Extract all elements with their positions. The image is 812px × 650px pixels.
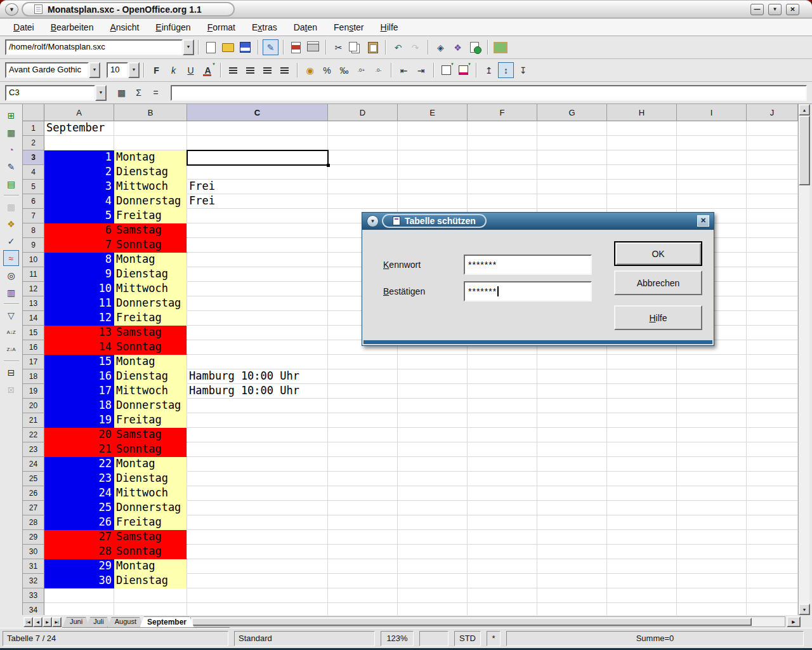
font-color-dropdown-icon[interactable]: ▼ bbox=[212, 62, 216, 66]
cell-G31[interactable] bbox=[537, 559, 607, 574]
row-header-33[interactable]: 33 bbox=[23, 588, 44, 603]
cell-C12[interactable] bbox=[187, 282, 328, 296]
row-header-7[interactable]: 7 bbox=[23, 209, 44, 223]
data-sources-icon[interactable]: ▥ bbox=[3, 284, 19, 300]
row-header-24[interactable]: 24 bbox=[23, 457, 44, 472]
row-header-30[interactable]: 30 bbox=[23, 545, 44, 559]
cell-A3[interactable]: 1 bbox=[44, 150, 114, 165]
cell-G25[interactable] bbox=[537, 472, 607, 486]
cell-C8[interactable] bbox=[187, 223, 328, 238]
cell-B31[interactable]: Montag bbox=[114, 559, 187, 574]
cell-C32[interactable] bbox=[187, 574, 328, 588]
cell-G27[interactable] bbox=[537, 501, 607, 515]
cell-H25[interactable] bbox=[607, 472, 677, 486]
cell-J8[interactable] bbox=[747, 223, 798, 238]
name-box[interactable]: C3 ▼ bbox=[5, 85, 107, 101]
row-header-29[interactable]: 29 bbox=[23, 530, 44, 545]
menu-hilfe[interactable]: Hilfe bbox=[372, 20, 407, 35]
cell-E32[interactable] bbox=[398, 574, 468, 588]
cell-E25[interactable] bbox=[398, 472, 468, 486]
cell-A12[interactable]: 10 bbox=[44, 282, 114, 296]
cell-A28[interactable]: 26 bbox=[44, 515, 114, 530]
cell-E33[interactable] bbox=[398, 588, 468, 603]
row-header-28[interactable]: 28 bbox=[23, 515, 44, 530]
cell-G2[interactable] bbox=[537, 136, 607, 150]
cell-G33[interactable] bbox=[537, 588, 607, 603]
cell-H18[interactable] bbox=[607, 369, 677, 384]
scroll-right-icon[interactable]: ▶ bbox=[787, 616, 801, 627]
horizontal-scroll-thumb[interactable] bbox=[192, 618, 752, 626]
cell-A17[interactable]: 15 bbox=[44, 355, 114, 369]
cell-F5[interactable] bbox=[468, 180, 537, 194]
cell-C27[interactable] bbox=[187, 501, 328, 515]
spellcheck-icon[interactable]: ✓ bbox=[3, 233, 19, 249]
cell-D30[interactable] bbox=[328, 545, 398, 559]
cell-G5[interactable] bbox=[537, 180, 607, 194]
column-header-b[interactable]: B bbox=[114, 104, 187, 121]
cell-D19[interactable] bbox=[328, 384, 398, 399]
cell-A16[interactable]: 14 bbox=[44, 340, 114, 355]
cell-A34[interactable] bbox=[44, 603, 114, 615]
cell-F26[interactable] bbox=[468, 486, 537, 501]
freeze-window-icon[interactable]: ⊠ bbox=[3, 381, 19, 397]
cell-A4[interactable]: 2 bbox=[44, 165, 114, 180]
row-header-8[interactable]: 8 bbox=[23, 223, 44, 238]
cell-C23[interactable] bbox=[187, 442, 328, 457]
cell-D3[interactable] bbox=[328, 150, 398, 165]
cell-J29[interactable] bbox=[747, 530, 798, 545]
cell-D17[interactable] bbox=[328, 355, 398, 369]
cell-A33[interactable] bbox=[44, 588, 114, 603]
cell-D33[interactable] bbox=[328, 588, 398, 603]
italic-icon[interactable]: k bbox=[166, 62, 181, 78]
cell-H19[interactable] bbox=[607, 384, 677, 399]
cell-B2[interactable] bbox=[114, 136, 187, 150]
cell-G22[interactable] bbox=[537, 428, 607, 442]
save-icon[interactable] bbox=[237, 39, 253, 55]
background-color-icon[interactable]: ▼ bbox=[455, 62, 471, 78]
cell-I3[interactable] bbox=[677, 150, 747, 165]
cell-I20[interactable] bbox=[677, 399, 747, 413]
new-document-icon[interactable] bbox=[203, 39, 219, 55]
close-button[interactable]: ✕ bbox=[786, 4, 799, 15]
cell-G18[interactable] bbox=[537, 369, 607, 384]
cell-B17[interactable]: Montag bbox=[114, 355, 187, 369]
cell-E19[interactable] bbox=[398, 384, 468, 399]
cell-D18[interactable] bbox=[328, 369, 398, 384]
cell-B8[interactable]: Samstag bbox=[114, 223, 187, 238]
cell-A11[interactable]: 9 bbox=[44, 267, 114, 282]
cell-J12[interactable] bbox=[747, 282, 798, 296]
cell-F20[interactable] bbox=[468, 399, 537, 413]
cell-D28[interactable] bbox=[328, 515, 398, 530]
cell-B15[interactable]: Samstag bbox=[114, 326, 187, 340]
page-style-field[interactable]: Standard bbox=[234, 631, 375, 646]
menu-fenster[interactable]: Fenster bbox=[325, 20, 372, 35]
cell-B10[interactable]: Montag bbox=[114, 253, 187, 267]
cell-I28[interactable] bbox=[677, 515, 747, 530]
cell-J33[interactable] bbox=[747, 588, 798, 603]
cell-C16[interactable] bbox=[187, 340, 328, 355]
cell-E28[interactable] bbox=[398, 515, 468, 530]
help-button[interactable]: Hilfe bbox=[614, 305, 702, 330]
vertical-scrollbar[interactable]: ▲ ▼ bbox=[798, 104, 809, 615]
cell-B11[interactable]: Dienstag bbox=[114, 267, 187, 282]
cell-A27[interactable]: 25 bbox=[44, 501, 114, 515]
column-header-d[interactable]: D bbox=[328, 104, 398, 121]
cell-E5[interactable] bbox=[398, 180, 468, 194]
cell-E23[interactable] bbox=[398, 442, 468, 457]
row-header-2[interactable]: 2 bbox=[23, 136, 44, 150]
cell-J16[interactable] bbox=[747, 340, 798, 355]
cell-H33[interactable] bbox=[607, 588, 677, 603]
cell-H34[interactable] bbox=[607, 603, 677, 615]
cell-H32[interactable] bbox=[607, 574, 677, 588]
last-sheet-icon[interactable]: ▶| bbox=[52, 617, 62, 627]
gallery-icon[interactable] bbox=[492, 39, 508, 55]
autoformat-icon[interactable]: ▩ bbox=[3, 199, 19, 215]
cell-I29[interactable] bbox=[677, 530, 747, 545]
cell-C30[interactable] bbox=[187, 545, 328, 559]
cell-H21[interactable] bbox=[607, 413, 677, 428]
cell-B23[interactable]: Sonntag bbox=[114, 442, 187, 457]
cell-I1[interactable] bbox=[677, 121, 747, 136]
menu-format[interactable]: Format bbox=[199, 20, 244, 35]
confirm-input[interactable]: ******* bbox=[464, 281, 592, 302]
cell-D29[interactable] bbox=[328, 530, 398, 545]
